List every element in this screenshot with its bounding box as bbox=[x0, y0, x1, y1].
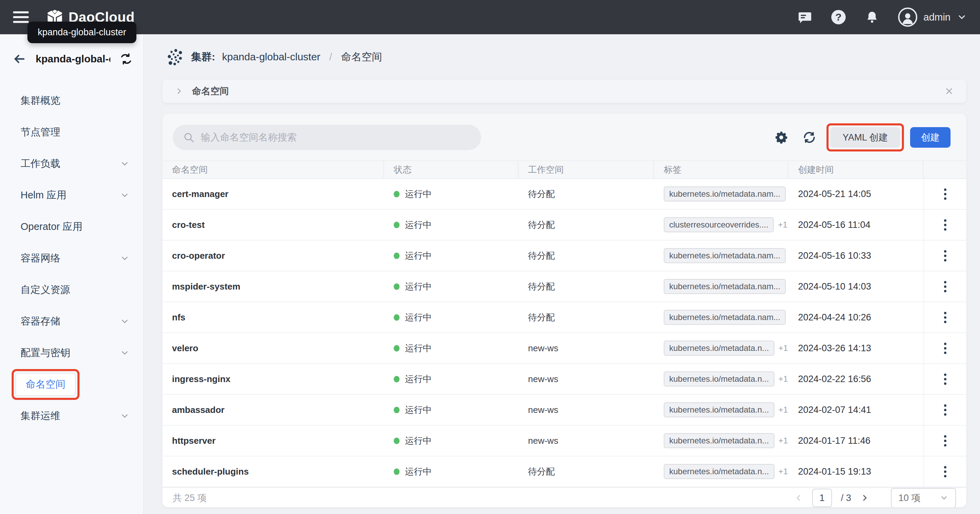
namespace-name[interactable]: cert-manager bbox=[162, 179, 384, 209]
user-menu[interactable]: admin bbox=[898, 8, 967, 27]
kebab-menu-icon[interactable] bbox=[940, 339, 950, 357]
close-icon[interactable] bbox=[944, 86, 954, 96]
namespace-name[interactable]: ingress-nginx bbox=[162, 364, 384, 394]
namespace-workspace: new-ws bbox=[519, 426, 654, 456]
breadcrumb-current: 命名空间 bbox=[341, 50, 382, 64]
notification-bell-icon[interactable] bbox=[864, 10, 880, 25]
create-button[interactable]: 创建 bbox=[910, 127, 951, 148]
row-actions bbox=[923, 333, 966, 363]
sidebar-item-容器网络[interactable]: 容器网络 bbox=[0, 243, 143, 274]
kebab-menu-icon[interactable] bbox=[940, 370, 950, 388]
label-extra-count: +1 bbox=[778, 467, 788, 476]
kebab-menu-icon[interactable] bbox=[940, 278, 950, 296]
table-row: cro-operator 运行中 待分配 kubernetes.io/metad… bbox=[162, 240, 966, 271]
namespace-created: 2024-05-21 14:05 bbox=[789, 179, 923, 209]
next-page-icon[interactable] bbox=[860, 493, 870, 503]
col-namespace: 命名空间 bbox=[162, 161, 384, 178]
chevron-down-icon bbox=[120, 348, 129, 358]
label-chip: kubernetes.io/metadata.nam... bbox=[664, 248, 786, 263]
sidebar-item-容器存储[interactable]: 容器存储 bbox=[0, 306, 143, 337]
namespace-labels: kubernetes.io/metadata.n...+1 bbox=[654, 364, 789, 394]
yaml-create-button[interactable]: YAML 创建 bbox=[830, 127, 900, 148]
kebab-menu-icon[interactable] bbox=[940, 432, 950, 450]
label-extra-count: +1 bbox=[778, 220, 787, 229]
message-icon[interactable] bbox=[797, 10, 813, 25]
kebab-menu-icon[interactable] bbox=[940, 216, 950, 234]
status-dot bbox=[394, 191, 399, 197]
namespace-status: 运行中 bbox=[384, 395, 519, 425]
sidebar-item-命名空间[interactable]: 命名空间 bbox=[0, 369, 143, 400]
namespace-status: 运行中 bbox=[384, 302, 519, 333]
chevron-down-icon bbox=[120, 317, 129, 326]
namespace-created: 2024-05-16 11:04 bbox=[789, 210, 923, 240]
search-box bbox=[173, 125, 481, 150]
sidebar-item-label: 集群运维 bbox=[21, 409, 60, 423]
namespace-name[interactable]: cro-test bbox=[162, 210, 384, 240]
kebab-menu-icon[interactable] bbox=[940, 401, 950, 419]
namespace-created: 2024-01-17 11:46 bbox=[789, 426, 923, 456]
page-size-select[interactable]: 10 项 bbox=[891, 488, 956, 507]
page-number-input[interactable] bbox=[812, 489, 832, 507]
settings-gear-icon[interactable] bbox=[773, 129, 789, 146]
namespace-workspace: 待分配 bbox=[519, 240, 654, 271]
kebab-menu-icon[interactable] bbox=[940, 247, 950, 265]
namespace-status: 运行中 bbox=[384, 179, 519, 209]
col-created: 创建时间 bbox=[789, 161, 923, 178]
namespace-name[interactable]: ambassador bbox=[162, 395, 384, 425]
namespace-status: 运行中 bbox=[384, 457, 519, 487]
menu-toggle-icon[interactable] bbox=[13, 11, 29, 23]
switch-cluster-icon[interactable] bbox=[119, 53, 133, 65]
help-icon[interactable]: ? bbox=[831, 10, 846, 25]
sidebar-item-集群概览[interactable]: 集群概览 bbox=[0, 85, 143, 116]
sidebar-item-label: 命名空间 bbox=[16, 373, 76, 396]
panel-header[interactable]: 命名空间 bbox=[162, 80, 966, 103]
row-actions bbox=[923, 240, 966, 271]
namespace-labels: kubernetes.io/metadata.nam... bbox=[654, 271, 789, 302]
status-dot bbox=[394, 222, 399, 228]
namespace-name[interactable]: nfs bbox=[162, 302, 384, 333]
sidebar-item-Operator 应用[interactable]: Operator 应用 bbox=[0, 211, 143, 243]
kebab-menu-icon[interactable] bbox=[940, 185, 950, 203]
label-chip: kubernetes.io/metadata.n... bbox=[664, 433, 775, 448]
label-extra-count: +1 bbox=[778, 343, 788, 353]
search-input[interactable] bbox=[201, 132, 471, 143]
back-arrow-icon[interactable] bbox=[12, 52, 27, 66]
sidebar-item-配置与密钥[interactable]: 配置与密钥 bbox=[0, 337, 143, 369]
label-chip: kubernetes.io/metadata.n... bbox=[664, 464, 775, 479]
sidebar-cluster-name[interactable]: kpanda-global-cl... bbox=[36, 53, 110, 65]
row-actions bbox=[923, 457, 966, 487]
sidebar-item-集群运维[interactable]: 集群运维 bbox=[0, 400, 143, 432]
sidebar-item-label: 工作负载 bbox=[21, 157, 60, 171]
namespace-name[interactable]: cro-operator bbox=[162, 240, 384, 271]
chevron-down-icon bbox=[120, 253, 129, 263]
namespace-workspace: new-ws bbox=[519, 364, 654, 394]
namespace-name[interactable]: mspider-system bbox=[162, 271, 384, 302]
status-dot bbox=[394, 407, 399, 413]
sidebar-item-节点管理[interactable]: 节点管理 bbox=[0, 116, 143, 148]
sidebar-item-Helm 应用[interactable]: Helm 应用 bbox=[0, 180, 143, 211]
table-row: ambassador 运行中 new-ws kubernetes.io/meta… bbox=[162, 395, 966, 426]
sidebar-item-工作负载[interactable]: 工作负载 bbox=[0, 148, 143, 180]
status-dot bbox=[394, 438, 399, 444]
sidebar-item-label: 节点管理 bbox=[21, 126, 60, 139]
breadcrumb: 集群: kpanda-global-cluster / 命名空间 bbox=[162, 34, 966, 80]
namespace-status: 运行中 bbox=[384, 333, 519, 363]
namespace-labels: kubernetes.io/metadata.n...+1 bbox=[654, 333, 789, 363]
breadcrumb-separator: / bbox=[329, 51, 332, 63]
namespace-labels: kubernetes.io/metadata.n...+1 bbox=[654, 426, 789, 456]
yaml-button-annotation: YAML 创建 bbox=[826, 123, 904, 151]
breadcrumb-cluster[interactable]: kpanda-global-cluster bbox=[222, 51, 320, 63]
kebab-menu-icon[interactable] bbox=[940, 463, 950, 481]
status-dot bbox=[394, 283, 399, 290]
refresh-icon[interactable] bbox=[801, 129, 818, 146]
kebab-menu-icon[interactable] bbox=[940, 309, 950, 326]
namespace-name[interactable]: httpserver bbox=[162, 426, 384, 456]
table-header-row: 命名空间 状态 工作空间 标签 创建时间 bbox=[162, 161, 966, 179]
namespace-name[interactable]: velero bbox=[162, 333, 384, 363]
namespace-workspace: 待分配 bbox=[519, 271, 654, 302]
namespace-name[interactable]: scheduler-plugins bbox=[162, 457, 384, 487]
prev-page-icon[interactable] bbox=[794, 493, 803, 503]
sidebar-item-自定义资源[interactable]: 自定义资源 bbox=[0, 274, 143, 306]
namespace-status: 运行中 bbox=[384, 240, 519, 271]
label-extra-count: +1 bbox=[778, 436, 788, 446]
